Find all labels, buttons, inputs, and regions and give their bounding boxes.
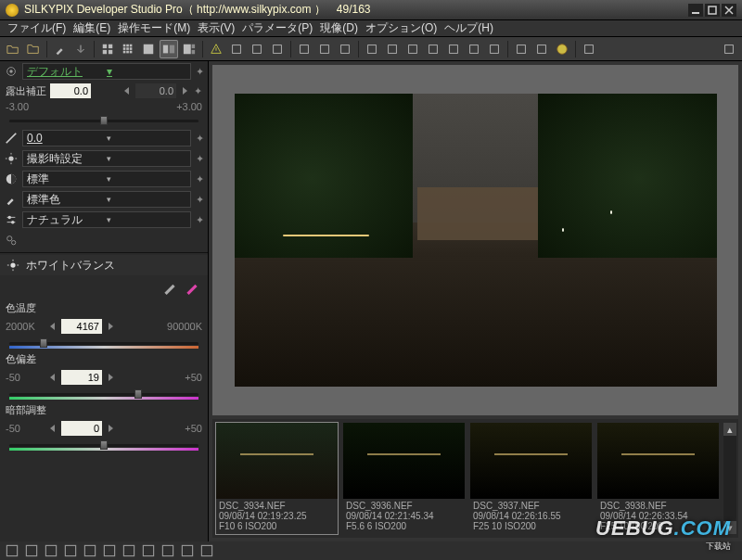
levels-icon[interactable] xyxy=(485,40,504,58)
exposure-value-a[interactable]: 0.0 xyxy=(50,83,91,98)
scroll-right-icon[interactable] xyxy=(580,40,598,58)
step-right-icon[interactable] xyxy=(180,86,189,95)
tint-value[interactable]: 19 xyxy=(61,370,102,385)
scissor-icon[interactable] xyxy=(363,40,381,58)
menu-help[interactable]: ヘルプ(H) xyxy=(441,20,497,36)
screen-icon[interactable] xyxy=(101,543,118,558)
exposure-slider[interactable] xyxy=(9,115,198,126)
exposure-plus-button[interactable]: ✦ xyxy=(193,85,202,97)
preset-combobox[interactable]: デフォルト▾ xyxy=(22,63,191,80)
contrast-plus-button[interactable]: ✦ xyxy=(195,133,204,145)
menu-option[interactable]: オプション(O) xyxy=(362,20,441,36)
param-plus-button[interactable]: ✦ xyxy=(195,153,204,165)
zoom-icon[interactable] xyxy=(43,543,59,558)
param-combobox-3[interactable]: ナチュラル▾ xyxy=(22,211,191,228)
tint-max: +50 xyxy=(185,372,202,383)
eyedropper-icon[interactable] xyxy=(51,40,70,58)
step-left-icon[interactable] xyxy=(48,322,58,331)
param-plus-button[interactable]: ✦ xyxy=(195,194,204,206)
temp-value[interactable]: 4167 xyxy=(61,319,102,334)
menu-param[interactable]: パラメータ(P) xyxy=(238,20,316,36)
step-left-icon[interactable] xyxy=(48,424,58,433)
tint-label: 色偏差 xyxy=(6,352,36,366)
rotate-icon[interactable] xyxy=(140,543,157,558)
crop-icon[interactable] xyxy=(424,40,442,58)
param-plus-button[interactable]: ✦ xyxy=(195,173,204,185)
minimize-button[interactable] xyxy=(688,4,703,17)
step-right-icon[interactable] xyxy=(106,373,115,382)
exposure-value-b[interactable]: 0.0 xyxy=(135,83,176,98)
tint-slider[interactable] xyxy=(9,388,198,400)
hammer-icon[interactable] xyxy=(532,40,551,58)
svg-point-37 xyxy=(557,44,568,54)
menu-mode[interactable]: 操作モード(M) xyxy=(114,20,194,36)
info-icon[interactable] xyxy=(160,543,176,558)
folder-icon[interactable] xyxy=(24,40,43,58)
exposure-min: -3.00 xyxy=(6,101,29,112)
svg-rect-64 xyxy=(104,545,114,555)
split-h-icon[interactable] xyxy=(248,40,266,58)
gears-icon[interactable] xyxy=(4,233,19,248)
clone-icon[interactable] xyxy=(444,40,463,58)
step-left-icon[interactable] xyxy=(48,373,58,382)
compare-icon[interactable] xyxy=(160,40,178,58)
layers-icon[interactable] xyxy=(23,543,40,558)
mixed-view-icon[interactable] xyxy=(180,40,198,58)
folder-open-icon[interactable] xyxy=(4,40,22,58)
filter-icon[interactable] xyxy=(4,543,20,558)
menu-file[interactable]: ファイル(F) xyxy=(4,20,70,36)
menu-more-icon[interactable] xyxy=(720,40,738,58)
warning-icon[interactable] xyxy=(207,40,225,58)
menu-develop[interactable]: 現像(D) xyxy=(316,20,362,36)
picker-skin-icon[interactable] xyxy=(184,279,200,296)
preview-area[interactable] xyxy=(212,65,738,415)
rotate-right-icon[interactable] xyxy=(403,40,422,58)
param-combobox-0[interactable]: 撮影時設定▾ xyxy=(22,150,191,167)
grid4-icon[interactable] xyxy=(98,40,117,58)
stamp-icon[interactable] xyxy=(465,40,483,58)
pointer-icon[interactable] xyxy=(315,40,334,58)
maximize-button[interactable] xyxy=(705,4,720,17)
rotate-left-icon[interactable] xyxy=(383,40,402,58)
fx-icon[interactable] xyxy=(121,543,137,558)
menu-edit[interactable]: 編集(E) xyxy=(70,20,114,36)
picker-gray-icon[interactable] xyxy=(161,279,178,296)
coin-icon[interactable] xyxy=(553,40,571,58)
dark-value[interactable]: 0 xyxy=(61,421,102,436)
dark-slider[interactable] xyxy=(9,439,198,451)
thumb-item[interactable]: DSC_3937.NEF09/08/14 02:26:16.55F25 10 I… xyxy=(470,423,592,534)
thumb-item[interactable]: DSC_3934.NEF09/08/14 02:19:23.25F10 6 IS… xyxy=(216,423,338,534)
menu-view[interactable]: 表示(V) xyxy=(194,20,238,36)
chevron-down-icon: ▾ xyxy=(107,195,186,204)
param-plus-button[interactable]: ✦ xyxy=(195,214,204,226)
printer-icon[interactable] xyxy=(512,40,531,58)
step-left-icon[interactable] xyxy=(122,86,132,95)
svg-rect-35 xyxy=(518,45,526,53)
shrink-icon[interactable] xyxy=(198,543,215,558)
step-right-icon[interactable] xyxy=(106,424,115,433)
contrast-combobox[interactable]: 0.0▾ xyxy=(22,130,191,146)
sun-wb-icon xyxy=(6,258,20,273)
single-view-icon[interactable] xyxy=(139,40,158,58)
temp-slider[interactable] xyxy=(9,337,198,349)
wand-icon[interactable] xyxy=(295,40,313,58)
scroll-up-icon[interactable]: ▴ xyxy=(723,423,736,436)
add-preset-button[interactable]: ✦ xyxy=(195,66,204,78)
brush-icon[interactable] xyxy=(336,40,354,58)
step-right-icon[interactable] xyxy=(106,322,115,331)
svg-rect-18 xyxy=(184,44,191,54)
expand-icon[interactable] xyxy=(179,543,196,558)
grid-overlay-icon[interactable] xyxy=(227,40,246,58)
param-label: 標準色 xyxy=(27,192,107,208)
arrow-down-icon[interactable] xyxy=(71,40,90,58)
split-v-icon[interactable] xyxy=(268,40,287,58)
compare-b-icon[interactable] xyxy=(82,543,98,558)
param-combobox-2[interactable]: 標準色▾ xyxy=(22,191,191,208)
close-button[interactable] xyxy=(722,4,736,17)
svg-rect-23 xyxy=(253,45,262,53)
param-combobox-1[interactable]: 標準▾ xyxy=(22,171,191,187)
hand-icon[interactable] xyxy=(62,543,79,558)
grid9-icon[interactable] xyxy=(119,40,137,58)
wb-title: ホワイトバランス xyxy=(26,258,202,274)
thumb-item[interactable]: DSC_3936.NEF09/08/14 02:21:45.34F5.6 6 I… xyxy=(343,423,465,534)
